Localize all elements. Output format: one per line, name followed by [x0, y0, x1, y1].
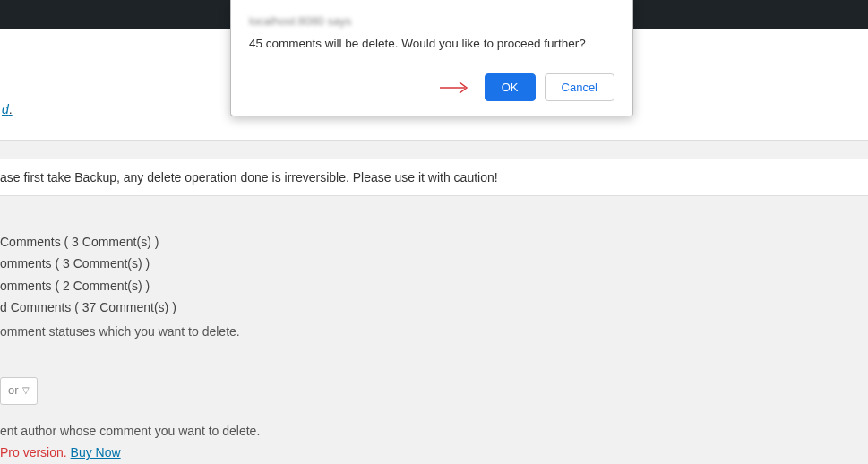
period: . — [9, 102, 13, 116]
ok-button[interactable]: OK — [485, 73, 536, 101]
dialog-message: 45 comments will be delete. Would you li… — [249, 37, 614, 50]
truncated-link[interactable]: d. — [0, 100, 14, 118]
warning-text: ase first take Backup, any delete operat… — [0, 170, 498, 185]
comment-status-line: omments ( 3 Comment(s) ) — [0, 253, 868, 273]
comment-status-line: omments ( 2 Comment(s) ) — [0, 276, 868, 296]
main-content: Comments ( 3 Comment(s) ) omments ( 3 Co… — [0, 196, 868, 464]
dialog-button-row: OK Cancel — [249, 73, 614, 101]
author-desc: ent author whose comment you want to del… — [0, 421, 868, 441]
select-value: or — [8, 382, 19, 400]
warning-bar: ase first take Backup, any delete operat… — [0, 159, 868, 196]
arrow-right-icon — [440, 81, 470, 95]
dialog-origin: localhost:8080 says — [249, 14, 614, 28]
status-hint: omment statuses which you want to delete… — [0, 322, 868, 341]
confirm-dialog: localhost:8080 says 45 comments will be … — [230, 0, 633, 116]
link-text: d — [2, 102, 9, 116]
buy-now-link[interactable]: Buy Now — [71, 445, 121, 460]
comment-status-line: d Comments ( 37 Comment(s) ) — [0, 297, 868, 317]
chevron-down-icon: ▽ — [22, 383, 30, 398]
comment-status-line: Comments ( 3 Comment(s) ) — [0, 232, 868, 252]
author-select[interactable]: or ▽ — [0, 377, 38, 405]
pro-notice: Pro version. Buy Now — [0, 443, 868, 462]
pro-prefix: Pro version. — [0, 445, 71, 460]
cancel-button[interactable]: Cancel — [545, 73, 614, 101]
